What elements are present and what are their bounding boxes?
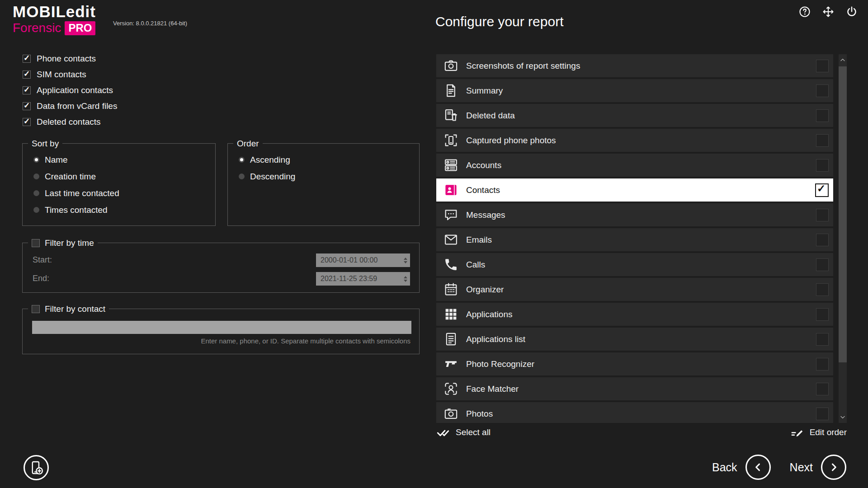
filter-by-time-checkbox[interactable] [32,239,40,247]
edit-order-button[interactable]: Edit order [790,426,847,439]
scroll-down-icon[interactable] [839,412,847,422]
filter-by-contact-legend: Filter by contact [28,303,109,314]
filter-by-time-legend: Filter by time [28,237,98,249]
sort-by-legend: Sort by [28,138,62,149]
section-checkbox[interactable] [816,333,829,346]
radio-button[interactable] [239,174,245,179]
list-item[interactable]: Applications [436,303,833,326]
sort-by-option[interactable]: Name [23,151,215,168]
source-checkbox-row[interactable]: Application contacts [23,82,117,98]
section-checkbox[interactable] [816,358,829,371]
section-checkbox[interactable] [816,84,829,97]
next-label[interactable]: Next [790,461,813,474]
section-checkbox[interactable] [816,283,829,296]
filter-by-contact-checkbox[interactable] [32,305,40,313]
list-item-label: Applications [466,310,512,319]
contact-filter-input[interactable] [32,321,411,334]
end-spinner[interactable] [403,276,408,282]
back-label[interactable]: Back [712,461,737,474]
section-checkbox[interactable] [816,159,829,172]
section-checkbox[interactable] [816,134,829,147]
radio-label: Descending [250,172,295,182]
section-checkbox[interactable] [816,383,829,395]
filter-by-time-label: Filter by time [45,237,94,249]
radio-button[interactable] [33,207,39,213]
scroll-up-icon[interactable] [839,55,847,65]
radio-button[interactable] [33,157,39,163]
radio-label: Times contacted [45,205,108,215]
list-item[interactable]: Organizer [436,278,833,301]
list-item[interactable]: Applications list [436,328,833,351]
end-datetime-input[interactable]: 2021-11-25 23:59 [316,272,410,286]
list-item[interactable]: Screenshots of report settings [436,54,833,77]
order-option[interactable]: Ascending [228,151,419,168]
end-datetime-value: 2021-11-25 23:59 [321,275,377,283]
list-item[interactable]: Contacts [436,178,833,202]
checkbox[interactable] [23,102,31,110]
radio-label: Ascending [250,155,290,165]
list-item-label: Messages [466,210,505,220]
list-item[interactable]: Captured phone photos [436,129,833,152]
checkbox[interactable] [23,118,31,126]
sort-by-option[interactable]: Creation time [23,168,215,185]
list-item[interactable]: Calls [436,253,833,276]
scrollbar-thumb[interactable] [839,66,847,362]
list-item[interactable]: Accounts [436,154,833,177]
spin-up-icon[interactable] [404,258,407,260]
radio-button[interactable] [239,157,245,163]
list-item[interactable]: Face Matcher [436,377,833,400]
list-item-label: Screenshots of report settings [466,61,580,71]
help-icon[interactable] [798,5,811,18]
window-controls [798,5,858,18]
list-item[interactable]: Emails [436,228,833,251]
order-legend: Order [233,138,263,149]
radio-button[interactable] [33,174,39,179]
sort-by-option[interactable]: Times contacted [23,202,215,218]
select-all-button[interactable]: Select all [436,426,491,439]
list-item[interactable]: Photos [436,402,833,423]
checkbox[interactable] [23,70,31,79]
list-item[interactable]: Messages [436,203,833,226]
logo-forensic-text: Forensic [13,21,61,34]
sections-scrollbar[interactable] [839,54,847,423]
filter-by-time-group: Filter by time Start: 2000-01-01 00:00 E… [22,243,420,293]
list-item[interactable]: Photo Recognizer [436,352,833,375]
next-button[interactable] [821,455,846,480]
order-option[interactable]: Descending [228,168,419,185]
list-item-label: Summary [466,86,503,96]
source-checkbox-row[interactable]: Deleted contacts [23,114,117,130]
start-spinner[interactable] [403,258,408,263]
compact-view-icon[interactable] [822,5,835,18]
section-checkbox[interactable] [815,183,829,197]
section-checkbox[interactable] [816,109,829,122]
filter-by-contact-group: Filter by contact Enter name, phone, or … [22,309,420,354]
source-checkbox-row[interactable]: Phone contacts [23,51,117,66]
back-button[interactable] [745,455,771,480]
radio-button[interactable] [33,190,39,196]
list-item[interactable]: Summary [436,79,833,102]
list-item-label: Applications list [466,334,525,344]
section-checkbox[interactable] [816,209,829,221]
list-item[interactable]: Deleted data [436,104,833,127]
section-checkbox[interactable] [816,308,829,321]
section-checkbox[interactable] [816,234,829,246]
checkbox[interactable] [23,86,31,94]
logo-mobiledit-text: MOBILedit [13,4,96,20]
list-item-label: Accounts [466,160,501,170]
source-checkbox-row[interactable]: SIM contacts [23,66,117,82]
radio-label: Creation time [45,172,96,182]
start-datetime-input[interactable]: 2000-01-01 00:00 [316,253,410,267]
checkbox[interactable] [23,55,31,63]
section-checkbox[interactable] [816,258,829,271]
version-text: Version: 8.0.0.21821 (64-bit) [113,20,187,27]
spin-down-icon[interactable] [404,261,407,263]
source-checkbox-row[interactable]: Data from vCard files [23,98,117,114]
camera-icon [443,58,458,73]
section-checkbox[interactable] [816,408,829,420]
add-phone-button[interactable] [24,455,49,480]
power-icon[interactable] [845,5,858,18]
section-checkbox[interactable] [816,60,829,72]
spin-up-icon[interactable] [404,276,407,278]
spin-down-icon[interactable] [404,280,407,282]
sort-by-option[interactable]: Last time contacted [23,185,215,202]
